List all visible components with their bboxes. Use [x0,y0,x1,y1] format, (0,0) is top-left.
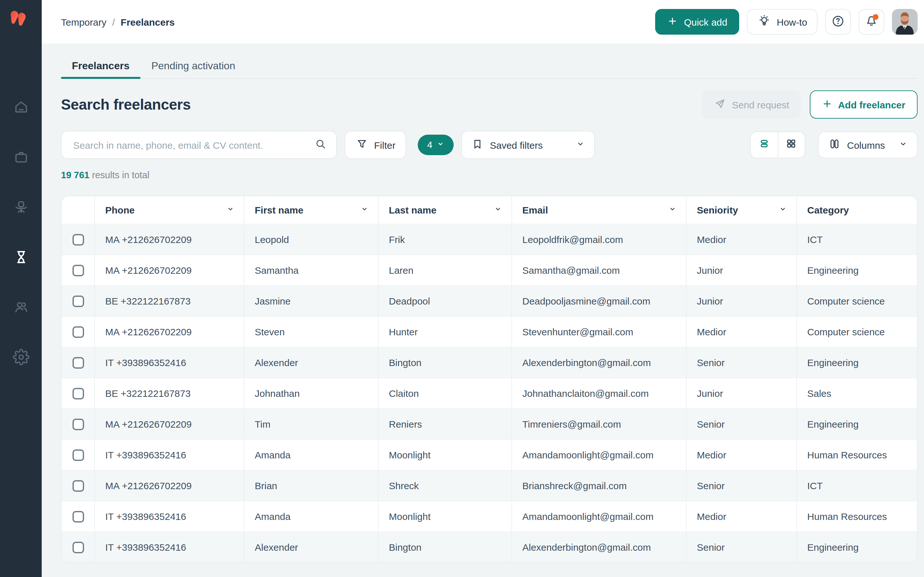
cell-email: Deadpooljasmine@gmail.com [511,286,686,316]
cell-last_name: Hunter [378,317,511,347]
how-to-button[interactable]: How-to [747,9,817,35]
row-checkbox[interactable] [72,449,84,461]
results-count: 19 761 [61,170,89,180]
row-checkbox[interactable] [72,388,84,399]
cell-first_name: Alexender [244,348,378,378]
row-select-cell [61,317,94,347]
tabs: Freelancers Pending activation [61,54,918,79]
table-row[interactable]: MA +212626702209SamanthaLarenSamantha@gm… [61,255,917,285]
tab-pending-activation[interactable]: Pending activation [141,54,246,78]
table-row[interactable]: IT +393896352416AlexenderBingtonAlexende… [61,532,917,562]
row-checkbox[interactable] [72,511,84,522]
quick-add-button[interactable]: Quick add [655,9,740,35]
cell-email: Leopoldfrik@gmail.com [511,224,686,255]
tab-freelancers[interactable]: Freelancers [61,54,141,78]
cell-category: ICT [796,224,917,255]
table-body: MA +212626702209LeopoldFrikLeopoldfrik@g… [61,224,917,562]
cell-first_name: Samantha [244,255,378,285]
cell-seniority: Senior [686,409,796,439]
column-header-category[interactable]: Category [796,196,917,224]
user-avatar[interactable] [892,9,918,35]
table-row[interactable]: MA +212626702209TimReniersTimreniers@gma… [61,408,917,439]
table-row[interactable]: IT +393896352416AlexenderBingtonAlexende… [61,347,917,378]
question-icon [831,14,845,30]
chevron-down-icon [226,205,235,215]
cell-category: Engineering [796,532,917,562]
cell-category: Human Resources [796,440,917,470]
sidebar-item-office[interactable] [13,199,29,216]
row-checkbox[interactable] [72,542,84,553]
cell-category: Sales [796,378,917,408]
cell-first_name: Brian [244,471,378,501]
table-row[interactable]: MA +212626702209LeopoldFrikLeopoldfrik@g… [61,224,917,255]
table-row[interactable]: BE +322122167873JohnathanClaitonJohnatha… [61,378,917,408]
cell-category: Human Resources [796,501,917,532]
columns-button[interactable]: Columns [818,131,918,158]
column-header-seniority[interactable]: Seniority [686,196,796,224]
row-select-cell [61,224,94,255]
row-checkbox[interactable] [72,480,84,492]
column-header-last-name[interactable]: Last name [378,196,511,224]
grid-view-button[interactable] [777,132,804,158]
column-header-phone[interactable]: Phone [94,196,244,224]
cell-email: Stevenhunter@gmail.com [511,317,686,347]
table-row[interactable]: IT +393896352416AmandaMoonlightAmandamoo… [61,439,917,470]
app-logo[interactable] [10,10,32,29]
sidebar-item-settings[interactable] [13,350,29,366]
row-checkbox[interactable] [72,418,84,430]
send-request-button[interactable]: Send request [702,90,800,119]
columns-icon [828,137,841,153]
sidebar-item-people[interactable] [13,300,29,316]
cell-last_name: Moonlight [378,501,511,532]
chevron-down-icon [436,140,445,150]
cell-email: Brianshreck@gmail.com [511,471,686,501]
row-checkbox[interactable] [72,326,84,338]
cell-first_name: Amanda [244,440,378,470]
cell-seniority: Junior [686,286,796,316]
help-button[interactable] [825,9,851,35]
plus-icon [822,98,832,111]
search-icon[interactable] [314,137,327,153]
cell-last_name: Bington [378,532,511,562]
cell-last_name: Shreck [378,471,511,501]
row-checkbox[interactable] [72,234,84,245]
row-checkbox[interactable] [72,264,84,276]
cell-phone: BE +322122167873 [94,286,244,316]
cell-email: Timreniers@gmail.com [511,409,686,439]
row-checkbox[interactable] [72,295,84,307]
search-input[interactable] [72,139,314,151]
saved-filters-button[interactable]: Saved filters [462,131,595,159]
gear-icon [13,348,29,367]
column-header-email[interactable]: Email [511,196,686,224]
table-row[interactable]: IT +393896352416AmandaMoonlightAmandamoo… [61,501,917,532]
add-freelancer-button[interactable]: Add freelancer [810,90,918,119]
table-row[interactable]: MA +212626702209StevenHunterStevenhunter… [61,316,917,347]
table-row[interactable]: BE +322122167873JasmineDeadpoolDeadpoolj… [61,285,917,316]
cell-email: Alexenderbington@gmail.com [511,348,686,378]
notification-badge [873,14,879,20]
freelancers-table: Phone First name Last name Email [61,195,918,563]
cell-phone: MA +212626702209 [94,255,244,285]
column-header-first-name[interactable]: First name [244,196,378,224]
notifications-button[interactable] [859,9,884,35]
cell-seniority: Junior [686,378,796,408]
view-toggle [750,131,805,158]
sidebar-item-home[interactable] [13,99,29,116]
active-filter-count-pill[interactable]: 4 [418,135,454,155]
cell-first_name: Alexender [244,532,378,562]
sidebar-item-temporary[interactable] [13,250,29,266]
breadcrumb-parent[interactable]: Temporary [61,16,107,27]
chevron-down-icon [898,139,908,151]
cell-category: Engineering [796,255,917,285]
cell-seniority: Medior [686,224,796,255]
filter-button[interactable]: Filter [344,131,407,159]
list-view-button[interactable] [751,132,777,158]
row-checkbox[interactable] [72,357,84,368]
main-area: Temporary / Freelancers Quick add How-to [42,0,924,577]
results-label: results in total [92,170,150,180]
cell-phone: IT +393896352416 [94,348,244,378]
row-select-cell [61,255,94,285]
row-select-cell [61,378,94,408]
table-row[interactable]: MA +212626702209BrianShreckBrianshreck@g… [61,470,917,501]
sidebar-item-jobs[interactable] [13,149,29,166]
